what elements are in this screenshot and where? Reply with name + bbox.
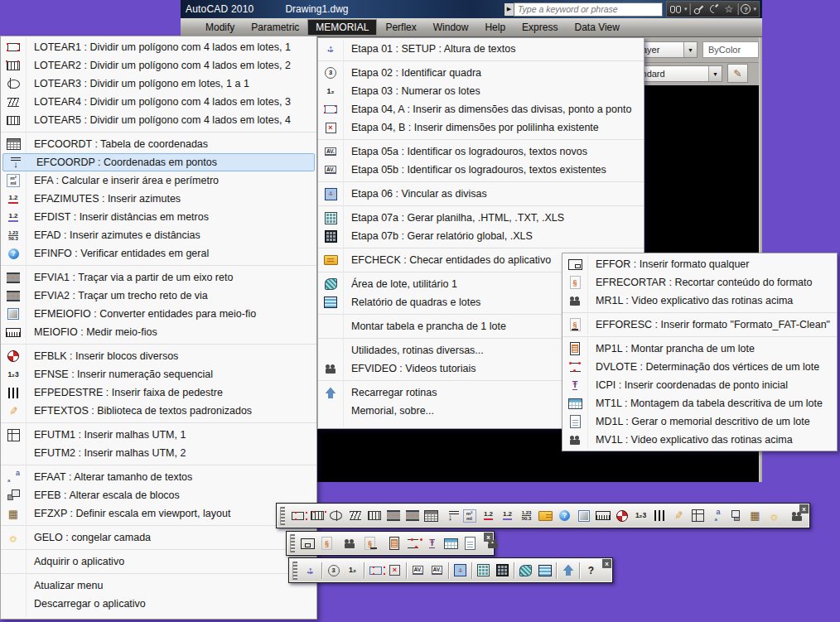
coordtable-button[interactable]: [422, 506, 441, 526]
menu-item-gelo[interactable]: ☼GELO : congelar camada: [1, 528, 316, 547]
menu-item-efforesc[interactable]: §EFFORESC : Inserir formato "Formato_FAT…: [562, 316, 837, 334]
close-icon[interactable]: x: [602, 559, 611, 568]
menu-item-atualizar-menu[interactable]: Atualizar menu: [1, 576, 316, 595]
menu-item-lotear2[interactable]: LOTEAR2 : Dividir um polígono com 4 lado…: [1, 56, 316, 75]
menu-item-lotear3[interactable]: LOTEAR3 : Dividir um polígono em lotes, …: [1, 75, 316, 93]
menu-item-icpi[interactable]: ŦICPI : Inserir coordenadas de ponto ini…: [562, 376, 837, 394]
menubar-item-window[interactable]: Window: [425, 19, 477, 36]
menu-item-etapa-05b[interactable]: AV.Etapa 05b : Identificar os logradouro…: [318, 161, 644, 179]
menu-item-efinfo[interactable]: ?EFINFO : Verificar entidades em geral: [1, 244, 316, 263]
menubar-item-perflex[interactable]: Perflex: [377, 19, 424, 36]
eb-button[interactable]: [727, 506, 746, 526]
menu-item-efdist[interactable]: 1.2EFDIST : Inserir distâncias em metros: [1, 208, 316, 226]
menu-item-efaat[interactable]: aaEFAAT : Alterar tamanho de textos: [1, 468, 316, 486]
menubar-item-modify[interactable]: Modify: [197, 19, 243, 36]
menubar-item-help[interactable]: Help: [476, 19, 514, 36]
color-field[interactable]: ByColor: [702, 41, 759, 58]
menu-item-efa[interactable]: m²mlEFA : Calcular e inserir área e perí…: [1, 171, 316, 190]
qmark-button[interactable]: ?: [582, 561, 601, 581]
circ3-button[interactable]: 3: [324, 561, 343, 581]
menu-item-etapa-06[interactable]: ↔↕Etapa 06 : Vincular as divisas: [318, 185, 644, 203]
menu-item-efnse[interactable]: 1₂3EFNSE : Inserir numeração sequencial: [1, 365, 316, 383]
dist12-button[interactable]: 1.2: [498, 506, 517, 526]
menu-item-efutm1[interactable]: EFUTM1 : Inserir malhas UTM, 1: [1, 426, 316, 444]
match-properties-brush-button[interactable]: ✎: [727, 64, 748, 83]
formatoesc-button[interactable]: §: [360, 533, 379, 553]
menu-item-eftextos[interactable]: ✎EFTEXTOS : Biblioteca de textos padroni…: [1, 402, 316, 420]
toolbar-grip[interactable]: [280, 507, 285, 525]
mfbox-button[interactable]: [574, 506, 593, 526]
ruler-button[interactable]: [593, 506, 612, 526]
menu-item-etapa-02[interactable]: 3Etapa 02 : Identificar quadra: [318, 64, 644, 82]
close-icon[interactable]: x: [484, 533, 493, 542]
uparrow-button[interactable]: [558, 561, 577, 581]
utm-button[interactable]: [688, 506, 707, 526]
coordp-button[interactable]: ↓: [441, 506, 460, 526]
menu-item-lotear1[interactable]: LOTEAR1 : Dividir um polígono com 4 lado…: [1, 38, 316, 56]
menu-item-adquirir-o-aplicativo[interactable]: Adquirir o aplicativo: [1, 552, 316, 571]
az12-button[interactable]: 1.2: [479, 506, 498, 526]
menu-item-etapa-04-b[interactable]: ×Etapa 04, B : Inserir dimensões por pol…: [318, 118, 644, 137]
menu-item-efblk[interactable]: EFBLK : Inserir blocos diversos: [1, 347, 316, 365]
menu-item-etapa-07a[interactable]: Etapa 07a : Gerar planilha, .HTML, .TXT,…: [318, 209, 644, 227]
menu-item-etapa-04-a[interactable]: Etapa 04, A : Inserir as dimensões das d…: [318, 100, 644, 118]
menu-item-efeb[interactable]: EFEB : Alterar escala de blocos: [1, 486, 316, 504]
camera-button[interactable]: [336, 533, 355, 553]
menu-item-etapa-05a[interactable]: AV.Etapa 05a : Identificar os logradouro…: [318, 142, 644, 161]
stripes-button[interactable]: [535, 561, 554, 581]
help-icon[interactable]: ?: [741, 4, 751, 14]
m2-button[interactable]: m²ml: [460, 506, 479, 526]
lotear4-button[interactable]: [345, 506, 364, 526]
chevron-down-icon[interactable]: ▾: [684, 6, 688, 12]
menubar-item-express[interactable]: Express: [514, 19, 566, 36]
menu-item-efad[interactable]: 1.2350.3EFAD : Inserir azimutes e distân…: [1, 226, 316, 244]
menu-item-etapa-07b[interactable]: Etapa 07b : Gerar relatório global, .XLS: [318, 227, 644, 245]
menu-item-efvia1[interactable]: EFVIA1 : Traçar via a partir de um eixo …: [1, 268, 316, 287]
menu-item-efrecortar[interactable]: §EFRECORTAR : Recortar conteúdo do forma…: [562, 273, 837, 292]
road-button[interactable]: [403, 506, 422, 526]
menubar-item-memorial[interactable]: MEMORIAL: [307, 19, 377, 36]
recortar-button[interactable]: §: [317, 533, 336, 553]
format-button[interactable]: [298, 533, 317, 553]
menu-item-effor[interactable]: EFFOR : Inserir formato qualquer: [562, 255, 837, 273]
vincular-button[interactable]: ↔↕: [451, 561, 470, 581]
gridteal-button[interactable]: [474, 561, 493, 581]
pedestre-button[interactable]: [650, 506, 669, 526]
toolbar-grip[interactable]: [292, 562, 297, 580]
menu-item-efcoordt[interactable]: EFCOORDT : Tabela de coordenadas: [1, 135, 316, 153]
key-icon[interactable]: [690, 0, 707, 17]
infoball-button[interactable]: ?: [555, 506, 574, 526]
av-button[interactable]: AV.: [427, 561, 447, 581]
chevron-down-icon[interactable]: ▼: [683, 42, 697, 57]
dvlote-button[interactable]: [403, 533, 422, 553]
griddark-button[interactable]: [493, 561, 512, 581]
road-button[interactable]: [384, 506, 403, 526]
lotear1-button[interactable]: [288, 506, 307, 526]
zxp-button[interactable]: ▦: [746, 506, 765, 526]
menu-item-mr1l[interactable]: MR1L : Video explicativo das rotinas aci…: [562, 292, 837, 310]
aat-button[interactable]: aa: [707, 506, 727, 526]
hatch-button[interactable]: [516, 561, 535, 581]
menu-item-etapa-03[interactable]: 1₂Etapa 03 : Numerar os lotes: [318, 82, 644, 100]
binoculars-icon[interactable]: [669, 3, 682, 16]
menu-item-lotear5[interactable]: LOTEAR5 : Dividir um polígono com 4 lado…: [1, 111, 316, 129]
toolbar-grip[interactable]: [290, 534, 295, 552]
folder-button[interactable]: [536, 506, 555, 526]
lotear2-button[interactable]: [307, 506, 326, 526]
menu-item-efutm2[interactable]: EFUTM2 : Inserir malhas UTM, 2: [1, 444, 316, 462]
star-icon[interactable]: ☆: [722, 3, 735, 16]
menu-item-mp1l[interactable]: MP1L : Montar prancha de um lote: [562, 340, 837, 358]
lotdim-button[interactable]: [366, 561, 385, 581]
pencil-button[interactable]: ✎: [669, 506, 688, 526]
mp1l-button[interactable]: [384, 533, 403, 553]
menu-item-etapa-01[interactable]: ↔↕Etapa 01 : SETUP : Altura de textos: [318, 40, 644, 58]
md1l-button[interactable]: [461, 533, 480, 553]
lotear5-button[interactable]: [364, 506, 384, 526]
lotear3-button[interactable]: [326, 506, 345, 526]
menu-item-md1l[interactable]: MD1L : Gerar o memorial descritivo de um…: [562, 412, 837, 431]
move-button[interactable]: ↔↕: [301, 561, 320, 581]
mt1l-button[interactable]: [442, 533, 461, 553]
chevron-down-icon[interactable]: ▼: [708, 66, 722, 81]
menu-item-efpedestre[interactable]: EFPEDESTRE : Inserir faixa de pedestre: [1, 383, 316, 402]
n123-button[interactable]: 1₂3: [631, 506, 650, 526]
